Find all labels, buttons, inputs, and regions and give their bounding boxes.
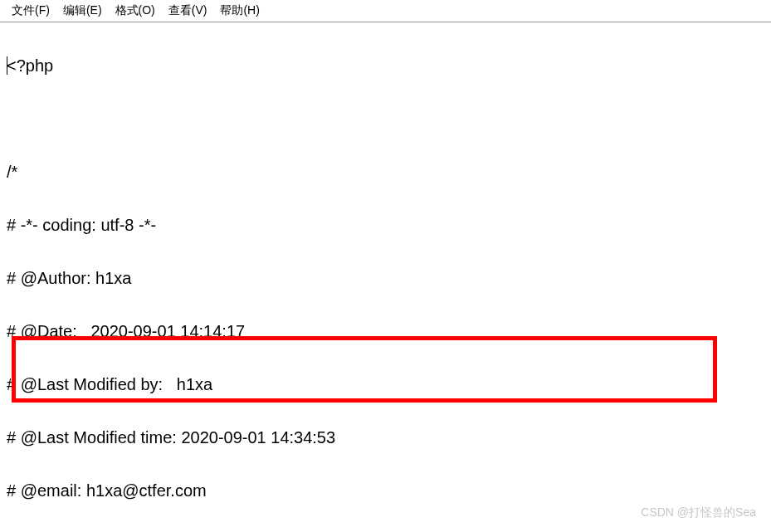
menu-file[interactable]: 文件(F) xyxy=(7,2,55,20)
code-line: # @Last Modified time: 2020-09-01 14:34:… xyxy=(7,424,764,451)
watermark-text: CSDN @打怪兽的Sea xyxy=(641,505,756,520)
text-editor-content[interactable]: <?php /* # -*- coding: utf-8 -*- # @Auth… xyxy=(0,22,771,532)
code-line: # @Author: h1xa xyxy=(7,265,764,291)
code-line: # @Date: 2020-09-01 14:14:17 xyxy=(7,318,764,344)
menu-help[interactable]: 帮助(H) xyxy=(215,2,264,20)
menu-edit[interactable]: 编辑(E) xyxy=(58,2,107,20)
menu-format[interactable]: 格式(O) xyxy=(110,2,160,20)
menu-view[interactable]: 查看(V) xyxy=(163,2,212,20)
code-line: # -*- coding: utf-8 -*- xyxy=(7,212,764,238)
menubar: 文件(F) 编辑(E) 格式(O) 查看(V) 帮助(H) xyxy=(0,0,771,22)
code-line: /* xyxy=(7,159,764,185)
code-text: <?php xyxy=(7,56,53,75)
code-line xyxy=(7,105,764,132)
code-line: <?php xyxy=(7,52,764,79)
code-line: # @email: h1xa@ctfer.com xyxy=(7,477,764,504)
code-line: # @Last Modified by: h1xa xyxy=(7,371,764,398)
